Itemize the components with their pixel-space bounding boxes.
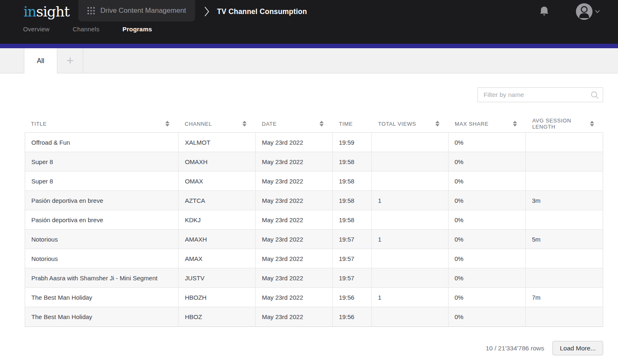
cell-title: Notorious — [25, 249, 179, 268]
table-row[interactable]: NotoriousAMAXMay 23rd 202219:570% — [25, 249, 603, 268]
column-header-total-views[interactable]: TOTAL VIEWS — [372, 119, 449, 129]
column-header-avg-session-length[interactable]: AVG SESSION LENGTH — [526, 119, 603, 129]
cell-channel: KDKJ — [179, 210, 256, 229]
cell-date: May 23rd 2022 — [256, 191, 333, 210]
cell-channel: OMAX — [179, 171, 256, 190]
cell-max-share: 0% — [449, 249, 526, 268]
column-header-date[interactable]: DATE — [256, 119, 333, 129]
cell-max-share: 0% — [449, 191, 526, 210]
cell-total-views — [372, 171, 449, 190]
load-more-button[interactable]: Load More... — [552, 341, 603, 355]
cell-channel: AZTCA — [179, 191, 256, 210]
cell-title: The Best Man Holiday — [25, 307, 179, 326]
table-row[interactable]: Pasión deportiva en breveAZTCAMay 23rd 2… — [25, 191, 603, 210]
cell-channel: AMAX — [179, 249, 256, 268]
nav-item-programs[interactable]: Programs — [122, 26, 152, 33]
table-row[interactable]: Super 8OMAXMay 23rd 202219:580% — [25, 171, 603, 191]
table-body: Offroad & FunXALMOTMay 23rd 202219:590%S… — [25, 132, 603, 327]
filter-box — [477, 87, 603, 102]
cell-max-share: 0% — [449, 152, 526, 171]
nav-item-overview[interactable]: Overview — [23, 26, 49, 33]
sort-icon[interactable] — [165, 121, 169, 127]
tab-strip: All + — [0, 48, 618, 73]
cell-date: May 23rd 2022 — [256, 171, 333, 190]
column-label: AVG SESSION LENGTH — [532, 117, 590, 130]
notification-bell-icon[interactable] — [539, 6, 550, 17]
table-header-row: TITLECHANNELDATETIMETOTAL VIEWSMAX SHARE… — [25, 119, 603, 132]
cell-max-share: 0% — [449, 307, 526, 326]
sort-icon[interactable] — [513, 121, 517, 127]
app-switcher-button[interactable]: Drive Content Management — [78, 0, 195, 21]
cell-time: 19:58 — [333, 191, 372, 210]
cell-date: May 23rd 2022 — [256, 307, 333, 326]
table-row[interactable]: Offroad & FunXALMOTMay 23rd 202219:590% — [25, 133, 603, 152]
cell-avg-session-length: 7m — [526, 288, 603, 307]
cell-title: Pasión deportiva en breve — [25, 191, 179, 210]
app-logo: insight — [23, 3, 69, 20]
table-row[interactable]: Super 8OMAXHMay 23rd 202219:580% — [25, 152, 603, 171]
cell-title: Super 8 — [25, 152, 179, 171]
logo-suffix: sight — [36, 3, 70, 20]
cell-avg-session-length — [526, 133, 603, 152]
cell-channel: HBOZ — [179, 307, 256, 326]
cell-time: 19:56 — [333, 307, 372, 326]
app-switcher-label: Drive Content Management — [100, 7, 186, 15]
cell-channel: XALMOT — [179, 133, 256, 152]
cell-date: May 23rd 2022 — [256, 249, 333, 268]
tab-strip-lead — [0, 48, 24, 73]
cell-avg-session-length: 5m — [526, 230, 603, 249]
cell-date: May 23rd 2022 — [256, 268, 333, 287]
cell-title: The Best Man Holiday — [25, 288, 179, 307]
cell-total-views — [372, 152, 449, 171]
cell-title: Super 8 — [25, 171, 179, 190]
rows-count: 10 / 21'334'786 rows — [486, 345, 544, 352]
add-tab-button[interactable]: + — [57, 48, 83, 73]
user-menu[interactable] — [576, 3, 600, 20]
cell-date: May 23rd 2022 — [256, 230, 333, 249]
cell-avg-session-length — [526, 152, 603, 171]
cell-date: May 23rd 2022 — [256, 152, 333, 171]
column-label: DATE — [262, 121, 277, 127]
sort-icon[interactable] — [590, 121, 594, 127]
column-header-channel[interactable]: CHANNEL — [179, 119, 256, 129]
cell-max-share: 0% — [449, 230, 526, 249]
cell-avg-session-length — [526, 307, 603, 326]
column-label: TITLE — [31, 121, 47, 127]
cell-total-views: 1 — [372, 230, 449, 249]
cell-avg-session-length — [526, 249, 603, 268]
table-row[interactable]: The Best Man HolidayHBOZMay 23rd 202219:… — [25, 307, 603, 326]
cell-date: May 23rd 2022 — [256, 288, 333, 307]
cell-time: 19:58 — [333, 171, 372, 190]
cell-time: 19:59 — [333, 133, 372, 152]
logo-prefix: in — [23, 3, 36, 20]
cell-channel: AMAXH — [179, 230, 256, 249]
cell-time: 19:56 — [333, 288, 372, 307]
cell-max-share: 0% — [449, 288, 526, 307]
table-row[interactable]: NotoriousAMAXHMay 23rd 202219:5710%5m — [25, 230, 603, 249]
sort-icon[interactable] — [320, 121, 324, 127]
table-row[interactable]: Prabh Aasra with Shamsher Ji - Mini Segm… — [25, 268, 603, 288]
cell-total-views — [372, 133, 449, 152]
cell-avg-session-length — [526, 268, 603, 287]
cell-title: Prabh Aasra with Shamsher Ji - Mini Segm… — [25, 268, 179, 287]
sort-icon[interactable] — [435, 121, 439, 127]
column-label: CHANNEL — [185, 121, 212, 127]
sort-icon[interactable] — [242, 121, 247, 127]
cell-time: 19:58 — [333, 152, 372, 171]
cell-date: May 23rd 2022 — [256, 133, 333, 152]
cell-max-share: 0% — [449, 133, 526, 152]
page-title: TV Channel Consumption — [217, 7, 307, 16]
tab-all[interactable]: All — [24, 48, 57, 73]
column-header-time: TIME — [333, 119, 372, 129]
column-header-title[interactable]: TITLE — [25, 119, 179, 129]
column-header-max-share[interactable]: MAX SHARE — [449, 119, 526, 129]
cell-title: Pasión deportiva en breve — [25, 210, 179, 229]
cell-total-views: 1 — [372, 288, 449, 307]
table-row[interactable]: Pasión deportiva en breveKDKJMay 23rd 20… — [25, 210, 603, 230]
filter-input[interactable] — [477, 87, 603, 102]
nav-item-channels[interactable]: Channels — [73, 26, 99, 33]
cell-total-views — [372, 249, 449, 268]
cell-title: Notorious — [25, 230, 179, 249]
table-row[interactable]: The Best Man HolidayHBOZHMay 23rd 202219… — [25, 288, 603, 307]
chevron-down-icon — [595, 10, 600, 13]
